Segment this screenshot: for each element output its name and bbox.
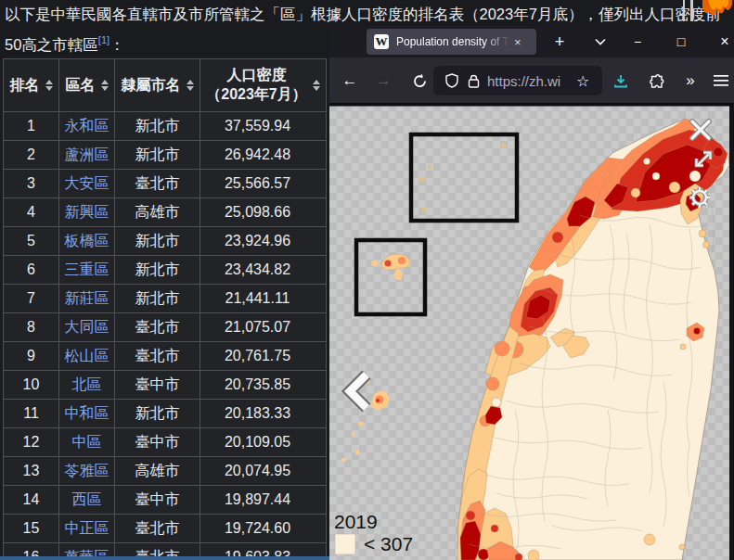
puzzle-piece-icon	[649, 73, 664, 89]
density-table-body: 1永和區新北市37,559.942蘆洲區新北市26,942.483大安區臺北市2…	[4, 112, 327, 560]
district-cell: 中區	[59, 428, 115, 457]
table-row: 14西區臺中市19,897.44	[4, 486, 327, 515]
district-cell: 松山區	[59, 342, 115, 371]
district-link[interactable]: 蘆洲區	[65, 146, 109, 162]
district-link[interactable]: 松山區	[65, 348, 109, 363]
district-link[interactable]: 大同區	[65, 319, 109, 335]
district-link[interactable]: 板橋區	[65, 233, 109, 248]
density-cell: 25,566.57	[200, 170, 327, 198]
rank-cell: 8	[4, 313, 59, 342]
overflow-menu-button[interactable]: »	[678, 57, 702, 104]
table-row: 8大同區臺北市21,075.07	[4, 313, 327, 342]
firefox-logo-partial	[701, 0, 734, 22]
forward-button[interactable]: →	[370, 57, 396, 104]
window-close-button[interactable]: ×	[712, 26, 734, 57]
intro-line2: 50高之市轄區	[5, 36, 98, 53]
bookmark-star-icon[interactable]: ☆	[576, 72, 589, 90]
district-link[interactable]: 中區	[72, 434, 102, 450]
city-cell: 臺中市	[115, 428, 200, 457]
tab-bar: W Population density of Ta × + − □ ×	[329, 26, 734, 57]
rank-cell: 1	[4, 112, 59, 141]
legend-label: < 307	[364, 533, 413, 554]
header-density[interactable]: 人口密度（2023年7月）	[200, 59, 327, 112]
sort-icon	[45, 80, 53, 91]
city-cell: 高雄市	[115, 457, 200, 486]
header-district[interactable]: 區名	[59, 59, 115, 112]
rank-cell: 11	[4, 400, 59, 428]
rank-cell: 13	[4, 457, 59, 486]
district-link[interactable]: 中正區	[65, 520, 109, 536]
table-row: 9松山區臺北市20,761.75	[4, 342, 327, 371]
district-link[interactable]: 新興區	[65, 204, 109, 220]
district-link[interactable]: 西區	[72, 491, 102, 507]
back-button[interactable]: ←	[337, 57, 363, 104]
district-cell: 西區	[59, 486, 115, 515]
district-link[interactable]: 新莊區	[65, 290, 109, 306]
rank-cell: 12	[4, 428, 59, 457]
tab-title: Population density of Ta	[396, 35, 512, 48]
maximize-button[interactable]: □	[668, 26, 694, 57]
density-cell: 20,735.85	[200, 371, 327, 400]
district-link[interactable]: 苓雅區	[65, 463, 109, 478]
rank-cell: 6	[4, 256, 59, 285]
city-cell: 臺北市	[115, 313, 200, 342]
extensions-button[interactable]	[643, 57, 669, 104]
minimize-button[interactable]: −	[625, 26, 650, 57]
district-link[interactable]: 北區	[72, 376, 102, 392]
tab-population-density[interactable]: W Population density of Ta ×	[367, 29, 536, 55]
city-cell: 臺中市	[115, 371, 200, 400]
navigation-toolbar: ← → https://zh.wi ☆ »	[329, 57, 734, 104]
district-cell: 板橋區	[59, 227, 115, 256]
taskbar-edge	[0, 556, 330, 560]
district-cell: 大安區	[59, 170, 115, 198]
url-bar[interactable]: https://zh.wi ☆	[433, 66, 602, 95]
header-city[interactable]: 隸屬市名	[115, 59, 200, 112]
legend-year: 2019	[334, 511, 378, 532]
rank-cell: 4	[4, 198, 59, 227]
density-cell: 21,441.11	[200, 285, 327, 313]
app-menu-button[interactable]	[708, 57, 734, 104]
density-cell: 26,942.48	[200, 141, 327, 170]
shield-icon	[444, 73, 459, 88]
lock-icon	[468, 74, 480, 88]
density-cell: 37,559.94	[200, 112, 327, 141]
reference-link[interactable]: [1]	[98, 34, 109, 45]
district-cell: 新興區	[59, 198, 115, 227]
table-row: 11中和區新北市20,183.33	[4, 400, 327, 428]
district-link[interactable]: 三重區	[65, 261, 109, 277]
density-cell: 23,924.96	[200, 227, 327, 256]
background-scrollbar-line	[690, 0, 693, 21]
taiwan-density-map-image[interactable]: 2019 < 307	[329, 104, 734, 560]
density-cell: 25,098.66	[200, 198, 327, 227]
browser-window: W Population density of Ta × + − □ × ← →…	[329, 26, 734, 560]
city-cell: 新北市	[115, 112, 200, 141]
district-link[interactable]: 中和區	[65, 405, 109, 421]
rank-cell: 7	[4, 285, 59, 313]
district-cell: 三重區	[59, 256, 115, 285]
density-table: 排名 區名 隸屬市名 人口密度（2023年7月） 1永和區新北市37,559.9…	[3, 58, 327, 560]
header-rank[interactable]: 排名	[4, 59, 59, 112]
city-cell: 臺北市	[115, 342, 200, 371]
table-row: 12中區臺中市20,109.05	[4, 428, 327, 457]
url-text: https://zh.wi	[487, 73, 576, 89]
sort-icon	[313, 80, 320, 91]
district-cell: 大同區	[59, 313, 115, 342]
intro-line1: 以下是中華民國各直轄市及市所管轄之「區」根據人口密度的排名表（2023年7月底）…	[5, 1, 734, 27]
district-link[interactable]: 大安區	[65, 175, 109, 191]
city-cell: 新北市	[115, 141, 200, 170]
reload-button[interactable]	[407, 57, 431, 104]
density-cell: 20,761.75	[200, 342, 327, 371]
new-tab-button[interactable]: +	[548, 26, 571, 57]
density-cell: 21,075.07	[200, 313, 327, 342]
reload-icon	[412, 73, 428, 89]
media-viewer: 2019 < 307	[329, 104, 734, 560]
district-link[interactable]: 永和區	[65, 118, 109, 134]
district-cell: 北區	[59, 371, 115, 400]
tab-close-icon[interactable]: ×	[514, 35, 522, 49]
district-cell: 中和區	[59, 400, 115, 428]
tab-list-dropdown[interactable]	[589, 26, 612, 57]
city-cell: 臺北市	[115, 170, 200, 198]
legend-swatch	[335, 534, 355, 554]
rank-cell: 9	[4, 342, 59, 371]
downloads-button[interactable]	[608, 57, 634, 104]
